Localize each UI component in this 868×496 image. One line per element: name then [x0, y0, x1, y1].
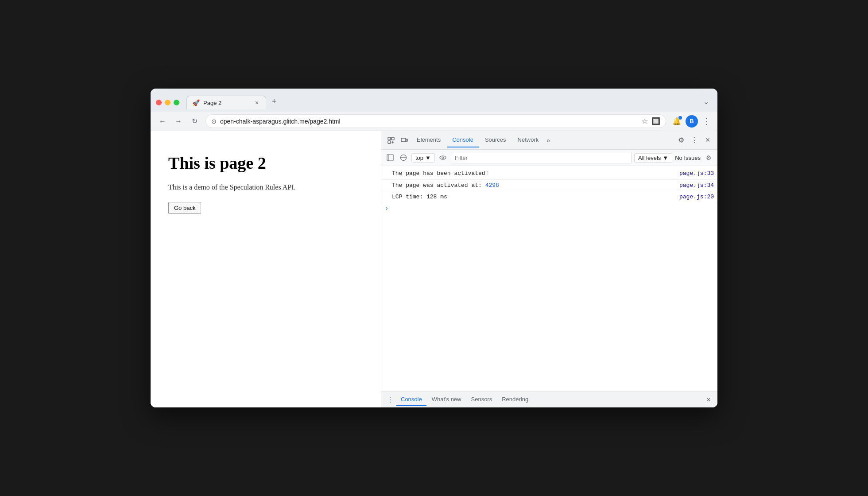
- svg-rect-1: [388, 141, 391, 143]
- console-sidebar-button[interactable]: [385, 152, 395, 163]
- console-clear-button[interactable]: [398, 152, 409, 163]
- device-toolbar-button[interactable]: [398, 134, 411, 147]
- tab-expand-button[interactable]: ⌄: [700, 95, 712, 108]
- minimize-traffic-light[interactable]: [165, 100, 170, 105]
- log-value-2: 4298: [485, 182, 499, 189]
- tab-elements[interactable]: Elements: [411, 133, 446, 147]
- reload-button[interactable]: ↻: [188, 115, 201, 128]
- more-tabs-button[interactable]: »: [545, 137, 552, 144]
- browser-window: 🚀 Page 2 × + ⌄ ← → ↻ ⊙ open-chalk-aspara…: [151, 89, 717, 407]
- page-title: This is page 2: [168, 153, 363, 173]
- active-tab[interactable]: 🚀 Page 2 ×: [186, 96, 266, 109]
- page-description: This is a demo of the Speculation Rules …: [168, 183, 363, 191]
- maximize-traffic-light[interactable]: [174, 100, 179, 105]
- log-link-2[interactable]: page.js:34: [679, 181, 714, 190]
- svg-rect-5: [401, 138, 406, 142]
- context-arrow-icon: ▼: [425, 155, 431, 161]
- bottom-tab-console[interactable]: Console: [396, 393, 426, 406]
- console-log-levels-selector[interactable]: All levels ▼: [634, 153, 672, 163]
- svg-rect-0: [388, 137, 391, 140]
- console-toolbar: top ▼ All levels ▼ No Issues ⚙: [381, 150, 717, 166]
- svg-rect-2: [391, 137, 394, 140]
- svg-point-12: [442, 157, 444, 159]
- log-message-1: The page has been activated!: [392, 169, 672, 178]
- inspect-element-button[interactable]: [385, 134, 397, 147]
- log-message-3: LCP time: 128 ms: [392, 193, 672, 202]
- extension-icon[interactable]: 🔲: [651, 117, 660, 125]
- devtools-close-button[interactable]: ×: [701, 134, 714, 147]
- log-prefix-2: The page was activated at:: [392, 182, 485, 189]
- console-log-line: The page was activated at: 4298 page.js:…: [381, 180, 717, 192]
- back-button[interactable]: ←: [156, 115, 169, 128]
- levels-label: All levels: [638, 155, 661, 161]
- close-traffic-light[interactable]: [156, 100, 162, 105]
- devtools-top-tabs: Elements Console Sources Network » ⚙ ⋮ ×: [381, 131, 717, 150]
- forward-button[interactable]: →: [172, 115, 185, 128]
- bookmark-icon[interactable]: ☆: [642, 117, 648, 125]
- console-log-line: The page has been activated! page.js:33: [381, 168, 717, 180]
- bottom-tab-whats-new[interactable]: What's new: [427, 393, 466, 406]
- log-link-1[interactable]: page.js:33: [679, 169, 714, 178]
- bottom-tab-rendering[interactable]: Rendering: [497, 393, 533, 406]
- log-message-2: The page was activated at: 4298: [392, 181, 672, 190]
- browser-more-button[interactable]: ⋮: [701, 116, 712, 126]
- context-label: top: [415, 155, 423, 161]
- browser-content: This is page 2 This is a demo of the Spe…: [151, 131, 717, 407]
- svg-rect-7: [387, 155, 393, 161]
- tab-bar: 🚀 Page 2 × + ⌄: [186, 95, 712, 109]
- tab-favicon-icon: 🚀: [192, 99, 200, 106]
- go-back-button[interactable]: Go back: [168, 202, 201, 214]
- console-output: The page has been activated! page.js:33 …: [381, 166, 717, 391]
- svg-point-11: [440, 156, 446, 159]
- address-bar[interactable]: ⊙ open-chalk-asparagus.glitch.me/page2.h…: [205, 114, 666, 128]
- log-link-3[interactable]: page.js:20: [679, 193, 714, 202]
- levels-arrow-icon: ▼: [663, 155, 668, 161]
- console-settings-button[interactable]: ⚙: [703, 152, 714, 163]
- new-tab-button[interactable]: +: [268, 95, 280, 108]
- bottom-tab-sensors[interactable]: Sensors: [467, 393, 497, 406]
- console-log-line: LCP time: 128 ms page.js:20: [381, 191, 717, 203]
- console-eye-button[interactable]: [438, 152, 448, 163]
- page-content: This is page 2 This is a demo of the Spe…: [151, 131, 381, 407]
- tab-sources[interactable]: Sources: [480, 133, 512, 147]
- devtools-more-button[interactable]: ⋮: [688, 134, 701, 147]
- no-issues-label: No Issues: [675, 155, 701, 161]
- svg-rect-6: [406, 139, 407, 141]
- notification-dot: [678, 116, 682, 120]
- console-context-selector[interactable]: top ▼: [411, 153, 435, 163]
- tab-network[interactable]: Network: [512, 133, 544, 147]
- bottom-more-button[interactable]: ⋮: [385, 395, 395, 405]
- nav-bar: ← → ↻ ⊙ open-chalk-asparagus.glitch.me/p…: [151, 112, 717, 131]
- tab-console[interactable]: Console: [447, 133, 479, 147]
- console-prompt-line[interactable]: ›: [381, 203, 717, 214]
- devtools-panel: Elements Console Sources Network » ⚙ ⋮ ×: [381, 131, 717, 407]
- devtools-settings-button[interactable]: ⚙: [675, 134, 687, 147]
- bottom-close-button[interactable]: ×: [703, 395, 714, 405]
- traffic-lights: [156, 100, 179, 105]
- prompt-arrow-icon: ›: [385, 205, 388, 212]
- title-bar: 🚀 Page 2 × + ⌄: [151, 89, 717, 112]
- profile-button[interactable]: B: [686, 115, 698, 128]
- security-icon: ⊙: [211, 118, 217, 125]
- notification-button[interactable]: 🔔: [670, 115, 683, 128]
- tab-close-button[interactable]: ×: [253, 99, 260, 106]
- url-text: open-chalk-asparagus.glitch.me/page2.htm…: [220, 118, 638, 125]
- devtools-bottom-bar: ⋮ Console What's new Sensors Rendering ×: [381, 391, 717, 407]
- tab-title: Page 2: [203, 100, 250, 106]
- console-filter-input[interactable]: [451, 152, 632, 163]
